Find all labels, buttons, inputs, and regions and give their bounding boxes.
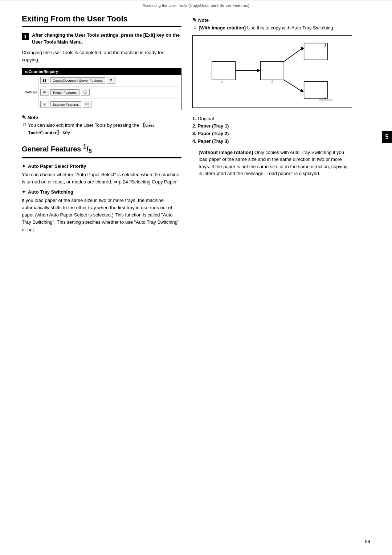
ui-icon-info: ⓘ <box>81 89 90 96</box>
page: Accessing the User Tools (Copy/Document … <box>0 0 392 555</box>
diamond-icon1: ✦ <box>22 163 26 169</box>
ui-icon-doc: ▮▮ <box>40 77 49 84</box>
note-checkbox1: □ <box>23 122 26 136</box>
svg-marker-7 <box>301 46 304 50</box>
svg-text:ZGVX0206: ZGVX0206 <box>319 98 332 102</box>
diamond-icon2: ✦ <box>22 189 26 195</box>
step1-block: 1 After changing the User Tools settings… <box>22 32 181 45</box>
svg-line-10 <box>284 80 302 92</box>
section1-body1: Changing the User Tools is completed, an… <box>22 49 181 64</box>
list-items: 1. Original 2. Paper (Tray 1) 3. Paper (… <box>192 115 352 145</box>
svg-marker-11 <box>300 89 304 92</box>
svg-rect-4 <box>261 61 284 80</box>
list-item2: 2. Paper (Tray 1) <box>192 122 352 130</box>
right-column: ✎ Note □ [With image rotation] Use this … <box>192 14 352 237</box>
feature2-heading: ✦ Auto Tray Switching <box>22 189 181 195</box>
note-checkbox2: □ <box>194 149 196 177</box>
note-checkbox-right: □ <box>194 25 196 32</box>
ui-mockup-header: s/Counter/Inquiry <box>22 68 181 75</box>
note-block-right: ✎ Note □ [With image rotation] Use this … <box>192 17 352 32</box>
ui-icon-settings: ⚙ <box>107 77 115 84</box>
ui-icon-scan: ⎘ <box>40 101 49 108</box>
note1-item1-text: You can also exit from the User Tools by… <box>28 122 181 136</box>
feature2-body: If you load paper of the same size in tw… <box>22 197 181 234</box>
svg-line-6 <box>284 48 302 61</box>
note-icon-right: ✎ <box>192 17 197 23</box>
note1-item1: □ You can also exit from the User Tools … <box>22 122 181 136</box>
page-header: Accessing the User Tools (Copy/Document … <box>0 0 392 11</box>
ui-mockup-body: Settings ▮▮ Copier/Document Server Featu… <box>22 75 181 110</box>
list-item1: 1. Original <box>192 115 352 123</box>
page-number: 99 <box>365 539 370 544</box>
note-right-item2: □ [Without image rotation] Only copies w… <box>192 149 352 177</box>
content-area: Exiting From the User Tools 1 After chan… <box>0 14 392 237</box>
list-item4: 4. Paper (Tray 3) <box>192 138 352 145</box>
list-item3: 3. Paper (Tray 2) <box>192 130 352 138</box>
ui-row1: ▮▮ Copier/Document Server Features ⚙ <box>40 76 180 84</box>
svg-rect-12 <box>304 81 328 98</box>
svg-marker-3 <box>257 69 261 72</box>
chapter-tab: 5 <box>382 131 392 143</box>
ui-btn-printer[interactable]: Printer Features <box>50 89 79 96</box>
ui-icon-print: 🖶 <box>40 89 49 96</box>
section1-title: Exiting From the User Tools <box>22 14 181 27</box>
feature1-heading: ✦ Auto Paper Select Priority <box>22 163 181 169</box>
svg-text:1: 1 <box>221 79 223 83</box>
header-text: Accessing the User Tools (Copy/Document … <box>143 3 249 8</box>
diagram-area: 1 2 3 <box>192 35 352 108</box>
note-right-item2-text: [Without image rotation] Only copies wit… <box>199 149 352 177</box>
left-column: Exiting From the User Tools 1 After chan… <box>22 14 181 237</box>
svg-rect-0 <box>212 61 236 80</box>
note-right-item1-text: [With image rotation] Use this to copy w… <box>199 24 334 32</box>
ui-main-area: ▮▮ Copier/Document Server Features ⚙ 🖶 P… <box>40 76 180 108</box>
note-right-title: ✎ Note <box>192 17 352 23</box>
ui-icon-num: 123 <box>83 101 91 108</box>
svg-text:3: 3 <box>324 43 326 47</box>
ui-btn-scanner[interactable]: Scanner Features <box>50 101 82 108</box>
svg-text:2: 2 <box>271 79 273 83</box>
ui-row3: ⎘ Scanner Features 123 <box>40 100 180 108</box>
note1-title: ✎ Note <box>22 114 181 120</box>
ui-btn-copier[interactable]: Copier/Document Server Features <box>50 77 105 84</box>
note-right-item1: □ [With image rotation] Use this to copy… <box>192 24 352 32</box>
feature1-body: You can choose whether "Auto Paper Selec… <box>22 171 181 186</box>
ui-sidebar: Settings <box>24 76 39 108</box>
section2-title: General Features 1/5 <box>22 143 181 158</box>
ui-row2: 🖶 Printer Features ⓘ <box>40 88 180 96</box>
ui-mockup: s/Counter/Inquiry Settings ▮▮ Copier/Doc… <box>22 68 181 110</box>
diagram-svg: 1 2 3 <box>199 41 346 102</box>
step1-number: 1 <box>22 33 29 40</box>
ui-divider1 <box>40 86 180 86</box>
note-icon1: ✎ <box>22 114 26 120</box>
ui-divider2 <box>40 98 180 98</box>
note-block1: ✎ Note □ You can also exit from the User… <box>22 114 181 136</box>
step1-text: After changing the User Tools settings, … <box>32 32 181 45</box>
